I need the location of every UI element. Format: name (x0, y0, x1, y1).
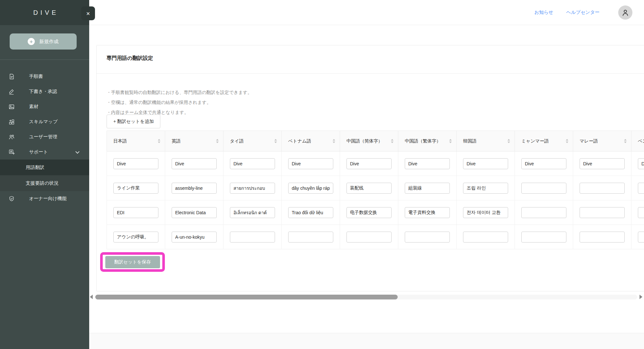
term-input[interactable] (580, 158, 625, 169)
term-input[interactable] (405, 232, 450, 243)
term-input[interactable] (172, 232, 217, 243)
skillmap-icon (8, 118, 15, 125)
term-input[interactable] (172, 183, 217, 194)
table-cell (631, 152, 644, 176)
table-cell (515, 152, 573, 176)
column-header[interactable]: ミャンマー語 (515, 131, 573, 152)
column-header[interactable]: 韓国語 (457, 131, 515, 152)
help-center-link[interactable]: ヘルプセンター (566, 9, 600, 15)
scroll-right-arrow[interactable] (639, 295, 642, 299)
column-header-label: マレー語 (580, 138, 598, 144)
term-input[interactable] (580, 183, 625, 194)
column-header[interactable]: ベンガル語 (631, 131, 644, 152)
save-translation-set-button[interactable]: 翻訳セットを保存 (105, 256, 160, 268)
scroll-left-arrow[interactable] (90, 295, 93, 299)
user-avatar[interactable] (618, 5, 632, 20)
term-input[interactable] (346, 207, 392, 218)
sort-icon[interactable] (566, 139, 568, 143)
term-input[interactable] (521, 183, 566, 194)
sidebar-item-term-translation[interactable]: 用語翻訳 (0, 160, 89, 175)
table-cell (282, 152, 340, 176)
term-input[interactable] (113, 183, 158, 194)
sidebar-item-materials[interactable]: 素材 (0, 99, 89, 114)
term-input[interactable] (405, 207, 450, 218)
term-input[interactable] (288, 207, 333, 218)
term-input[interactable] (230, 158, 275, 169)
column-header[interactable]: マレー語 (573, 131, 631, 152)
term-input[interactable] (521, 232, 566, 243)
term-input[interactable] (113, 232, 158, 243)
term-input[interactable] (230, 183, 275, 194)
term-input[interactable] (521, 207, 566, 218)
term-input[interactable] (113, 207, 158, 218)
horizontal-scrollbar-thumb[interactable] (95, 295, 398, 299)
new-create-label: 新規作成 (39, 39, 59, 45)
term-input[interactable] (638, 183, 644, 194)
column-header[interactable]: 中国語（简体字） (340, 131, 398, 152)
sort-icon[interactable] (216, 139, 219, 143)
term-input[interactable] (113, 158, 158, 169)
column-header[interactable]: 日本語 (107, 131, 165, 152)
translation-settings-card: 専門用語の翻訳設定 ・手順書観覧時の自動翻訳における、専門用語の翻訳を設定できま… (96, 45, 644, 291)
term-input[interactable] (463, 232, 508, 243)
table-cell (631, 176, 644, 200)
term-input[interactable] (521, 158, 566, 169)
term-input[interactable] (638, 207, 644, 218)
term-input[interactable] (288, 183, 333, 194)
column-header[interactable]: タイ語 (223, 131, 282, 152)
column-header[interactable]: 中国語（繁体字） (398, 131, 457, 152)
term-input[interactable] (346, 158, 392, 169)
term-input[interactable] (405, 183, 450, 194)
table-cell (223, 176, 282, 200)
sort-icon[interactable] (391, 139, 393, 143)
sort-icon[interactable] (158, 139, 160, 143)
sidebar-subitem-label: 用語翻訳 (26, 164, 44, 170)
new-create-button[interactable]: + 新規作成 (10, 33, 77, 50)
sort-icon[interactable] (624, 139, 627, 143)
sidebar-item-user-management[interactable]: ユーザー管理 (0, 129, 89, 144)
term-input[interactable] (230, 232, 275, 243)
column-header-label: タイ語 (230, 138, 244, 144)
sidebar-item-drafts-approval[interactable]: 下書き・承認 (0, 84, 89, 99)
app-logo: DIVE (31, 9, 59, 16)
column-header[interactable]: ベトナム語 (282, 131, 340, 152)
sort-icon[interactable] (449, 139, 452, 143)
table-cell (340, 200, 398, 225)
pencil-icon (8, 88, 15, 95)
chevron-down-icon (75, 150, 80, 154)
table-cell (107, 152, 165, 176)
add-translation-set-button[interactable]: + 翻訳セットを追加 (107, 115, 160, 128)
term-input[interactable] (580, 232, 625, 243)
sidebar-divider (0, 60, 89, 60)
sidebar-item-support-requests[interactable]: 支援要請の状況 (0, 175, 89, 191)
term-input[interactable] (405, 158, 450, 169)
sidebar-item-owner-features[interactable]: オーナー向け機能 (0, 191, 89, 206)
term-input[interactable] (288, 158, 333, 169)
term-input[interactable] (638, 232, 644, 243)
term-input[interactable] (346, 232, 392, 243)
sidebar-item-skill-map[interactable]: スキルマップ (0, 114, 89, 129)
sort-icon[interactable] (507, 139, 510, 143)
term-input[interactable] (580, 207, 625, 218)
column-header[interactable]: 英語 (165, 131, 223, 152)
term-input[interactable] (288, 232, 333, 243)
table-row (107, 225, 644, 249)
sidebar-item-manuals[interactable]: 手順書 (0, 69, 89, 84)
term-input[interactable] (463, 158, 508, 169)
table-cell (398, 176, 457, 200)
term-input[interactable] (463, 207, 508, 218)
table-cell (631, 200, 644, 225)
term-input[interactable] (230, 207, 275, 218)
translation-table: 日本語英語タイ語ベトナム語中国語（简体字）中国語（繁体字）韓国語ミャンマー語マレ… (107, 131, 644, 249)
sidebar-close-button[interactable]: × (81, 6, 95, 20)
sidebar-item-label: 素材 (29, 104, 38, 110)
sidebar-item-support[interactable]: サポート (0, 144, 89, 160)
term-input[interactable] (172, 158, 217, 169)
term-input[interactable] (172, 207, 217, 218)
term-input[interactable] (463, 183, 508, 194)
term-input[interactable] (638, 158, 644, 169)
notifications-link[interactable]: お知らせ (534, 9, 553, 15)
term-input[interactable] (346, 183, 392, 194)
sort-icon[interactable] (333, 139, 335, 143)
sort-icon[interactable] (274, 139, 277, 143)
